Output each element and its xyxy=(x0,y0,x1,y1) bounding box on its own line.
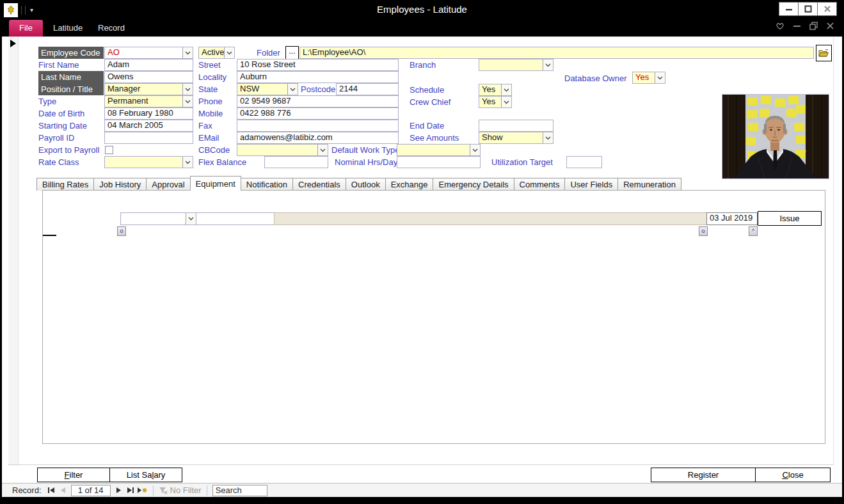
issue-button[interactable]: Issue xyxy=(758,211,822,226)
nav-last-button[interactable] xyxy=(125,485,136,496)
list-salary-button[interactable]: List Salary xyxy=(109,468,182,482)
cbcode-combo[interactable] xyxy=(237,144,328,156)
close-form-button[interactable]: Close xyxy=(755,468,831,482)
chevron-down-icon[interactable] xyxy=(186,213,196,224)
equipment-tab-page xyxy=(42,190,825,444)
default-work-type-combo[interactable] xyxy=(397,144,481,156)
tab-exchange[interactable]: Exchange xyxy=(385,178,434,191)
folder-path-field[interactable]: L:\Employee\AO\ xyxy=(299,47,814,59)
close-icon[interactable] xyxy=(826,22,834,30)
filter-button[interactable]: Filter xyxy=(37,468,110,482)
record-search-input[interactable] xyxy=(212,485,267,496)
close-button[interactable] xyxy=(817,2,837,16)
minimize-button[interactable] xyxy=(779,2,799,16)
new-record-icon xyxy=(137,487,147,494)
tab-job-history[interactable]: Job History xyxy=(93,178,147,191)
flex-balance-field[interactable] xyxy=(264,156,328,168)
branch-combo[interactable] xyxy=(479,59,553,71)
tab-billing-rates[interactable]: Billing Rates xyxy=(36,178,94,191)
nominal-hrs-field[interactable] xyxy=(397,156,481,168)
active-status-combo[interactable]: Active xyxy=(198,47,235,59)
folder-browse-button[interactable]: ... xyxy=(285,46,299,59)
record-position-box[interactable]: 1 of 14 xyxy=(71,485,111,496)
email-field[interactable]: adamowens@latibiz.com xyxy=(237,132,399,144)
state-combo[interactable]: NSW xyxy=(237,83,298,95)
chevron-down-icon[interactable] xyxy=(182,84,193,95)
equipment-barcode-field[interactable] xyxy=(196,212,275,225)
window-controls xyxy=(779,2,837,16)
schedule-combo[interactable]: Yes xyxy=(479,84,512,96)
payroll-id-field[interactable] xyxy=(104,132,193,144)
tab-file[interactable]: File xyxy=(9,20,43,36)
chevron-down-icon[interactable] xyxy=(182,47,193,58)
rate-class-combo[interactable] xyxy=(104,156,193,168)
utilization-target-field[interactable] xyxy=(566,156,602,168)
chevron-down-icon[interactable] xyxy=(182,157,193,168)
database-owner-label: Database Owner xyxy=(564,72,627,84)
street-field[interactable]: 10 Rose Street xyxy=(237,59,399,71)
equipment-date-field[interactable]: 03 Jul 2019 xyxy=(706,212,758,225)
tab-record[interactable]: Record xyxy=(98,20,125,36)
record-selector-bar[interactable] xyxy=(8,37,19,466)
type-combo[interactable]: Permanent xyxy=(104,95,193,107)
tab-notification[interactable]: Notification xyxy=(241,178,293,191)
equipment-count-button[interactable]: o xyxy=(117,226,126,236)
minimize-icon xyxy=(785,5,793,13)
equipment-code-combo[interactable] xyxy=(120,212,196,225)
first-name-field[interactable]: Adam xyxy=(104,59,193,71)
chevron-down-icon[interactable] xyxy=(317,145,328,155)
phone-label: Phone xyxy=(198,95,223,107)
date-of-birth-field[interactable]: 08 February 1980 xyxy=(104,107,193,120)
employee-photo[interactable] xyxy=(722,94,829,179)
tab-comments[interactable]: Comments xyxy=(514,178,566,191)
starting-date-field[interactable]: 04 March 2005 xyxy=(104,120,193,132)
restore-icon[interactable] xyxy=(809,22,818,30)
tab-emergency-details[interactable]: Emergency Details xyxy=(433,178,514,191)
mobile-field[interactable]: 0422 988 776 xyxy=(237,107,399,120)
chevron-down-icon[interactable] xyxy=(655,72,665,83)
fax-label: Fax xyxy=(198,120,212,132)
chevron-down-icon[interactable] xyxy=(287,84,298,95)
fax-field[interactable] xyxy=(237,120,399,132)
tab-user-fields[interactable]: User Fields xyxy=(564,178,618,191)
issued-sort-button[interactable]: ^ xyxy=(749,226,758,236)
issued-count-button[interactable]: o xyxy=(699,226,708,236)
position-title-combo[interactable]: Manager xyxy=(104,83,193,95)
maximize-button[interactable] xyxy=(798,2,818,16)
crew-chief-combo[interactable]: Yes xyxy=(479,96,512,108)
employee-code-combo[interactable]: AO xyxy=(104,47,193,59)
tab-credentials[interactable]: Credentials xyxy=(292,178,346,191)
postcode-field[interactable]: 2144 xyxy=(336,83,399,95)
nominal-hrs-label: Nominal Hrs/Day xyxy=(335,156,395,168)
tab-outlook[interactable]: Outlook xyxy=(346,178,386,191)
favorites-heart-icon[interactable] xyxy=(776,22,784,30)
see-amounts-combo[interactable]: Show xyxy=(479,132,553,144)
locality-field[interactable]: Auburn xyxy=(237,71,399,83)
register-button[interactable]: Register xyxy=(651,468,756,482)
chevron-down-icon[interactable] xyxy=(182,96,193,107)
nav-first-button[interactable] xyxy=(45,485,57,496)
nav-next-button[interactable] xyxy=(113,485,125,496)
nav-previous-button[interactable] xyxy=(57,485,68,496)
open-folder-button[interactable] xyxy=(816,45,832,61)
ribbon-tab-bar: File Latitude Record xyxy=(2,18,842,36)
tab-latitude[interactable]: Latitude xyxy=(53,20,83,36)
minimize-icon[interactable] xyxy=(793,22,801,30)
chevron-down-icon[interactable] xyxy=(501,97,511,107)
tab-approval[interactable]: Approval xyxy=(146,178,190,191)
chevron-down-icon[interactable] xyxy=(224,47,234,58)
tab-remuneration[interactable]: Remuneration xyxy=(617,178,681,191)
phone-field[interactable]: 02 9549 9687 xyxy=(237,95,399,107)
chevron-down-icon[interactable] xyxy=(501,84,511,95)
no-filter-button[interactable]: No Filter xyxy=(159,485,202,495)
nav-new-record-button[interactable] xyxy=(136,485,148,496)
divider xyxy=(833,37,834,464)
chevron-down-icon[interactable] xyxy=(543,132,553,143)
last-name-field[interactable]: Owens xyxy=(104,71,193,83)
database-owner-combo[interactable]: Yes xyxy=(632,72,665,84)
tab-equipment[interactable]: Equipment xyxy=(190,176,241,191)
chevron-down-icon[interactable] xyxy=(470,145,480,155)
end-date-field[interactable] xyxy=(479,120,553,132)
chevron-down-icon[interactable] xyxy=(543,59,553,70)
export-to-payroll-checkbox[interactable] xyxy=(105,146,113,154)
